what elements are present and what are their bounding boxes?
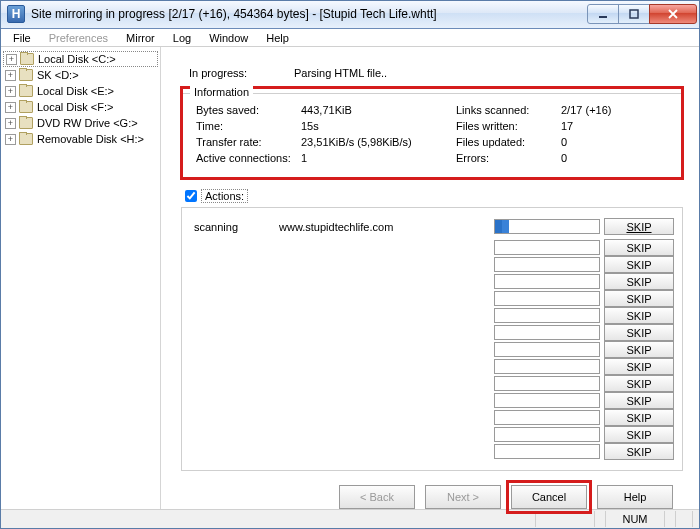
transfer-slot: SKIP [194, 341, 674, 358]
skip-button[interactable]: SKIP [604, 239, 674, 256]
status-num: NUM [605, 511, 665, 527]
progress-bar [494, 274, 600, 289]
skip-button[interactable]: SKIP [604, 375, 674, 392]
menu-mirror[interactable]: Mirror [118, 30, 163, 46]
progress-bar [494, 240, 600, 255]
window-title: Site mirroring in progress [2/17 (+16), … [31, 7, 588, 21]
back-button[interactable]: < Back [339, 485, 415, 509]
tree-item-g[interactable]: + DVD RW Drive <G:> [3, 115, 158, 131]
bytes-saved-value: 443,71KiB [301, 104, 456, 116]
tree-item-c[interactable]: + Local Disk <C:> [3, 51, 158, 67]
skip-button[interactable]: SKIP [604, 341, 674, 358]
skip-button[interactable]: SKIP [604, 218, 674, 235]
information-legend: Information [190, 86, 253, 98]
skip-button[interactable]: SKIP [604, 443, 674, 460]
status-cell-empty [535, 511, 595, 527]
close-button[interactable] [649, 4, 697, 24]
tree-item-h[interactable]: + Removable Disk <H:> [3, 131, 158, 147]
progress-bar [494, 359, 600, 374]
bytes-saved-label: Bytes saved: [196, 104, 301, 116]
progress-bar [494, 427, 600, 442]
in-progress-label: In progress: [189, 67, 294, 79]
in-progress-row: In progress: Parsing HTML file.. [189, 67, 683, 79]
tree-label: DVD RW Drive <G:> [37, 117, 138, 129]
skip-button[interactable]: SKIP [604, 358, 674, 375]
skip-button[interactable]: SKIP [604, 324, 674, 341]
window-controls [588, 4, 697, 24]
transfer-url: www.stupidtechlife.com [279, 221, 494, 233]
content-panel: In progress: Parsing HTML file.. Informa… [161, 47, 699, 509]
skip-button[interactable]: SKIP [604, 392, 674, 409]
progress-bar [494, 308, 600, 323]
menu-window[interactable]: Window [201, 30, 256, 46]
skip-button[interactable]: SKIP [604, 273, 674, 290]
transfer-slot: SKIP [194, 392, 674, 409]
skip-button[interactable]: SKIP [604, 307, 674, 324]
transfer-slot: SKIP [194, 358, 674, 375]
transfers-panel: scanning www.stupidtechlife.com SKIP SKI… [181, 207, 683, 471]
links-scanned-value: 2/17 (+16) [561, 104, 621, 116]
progress-bar [494, 257, 600, 272]
menu-help[interactable]: Help [258, 30, 297, 46]
svg-rect-1 [630, 10, 638, 18]
information-group: Information Bytes saved: 443,71KiB Links… [181, 93, 683, 179]
tree-item-e[interactable]: + Local Disk <E:> [3, 83, 158, 99]
progress-bar [494, 444, 600, 459]
folder-icon [20, 53, 34, 65]
drive-tree: + Local Disk <C:> + SK <D:> + Local Disk… [1, 47, 161, 509]
status-grip [675, 511, 693, 527]
files-written-value: 17 [561, 120, 621, 132]
tree-item-f[interactable]: + Local Disk <F:> [3, 99, 158, 115]
progress-bar [494, 410, 600, 425]
time-label: Time: [196, 120, 301, 132]
minimize-button[interactable] [587, 4, 619, 24]
transfer-slot: SKIP [194, 426, 674, 443]
menu-preferences[interactable]: Preferences [41, 30, 116, 46]
app-icon: H [7, 5, 25, 23]
menu-log[interactable]: Log [165, 30, 199, 46]
progress-bar [494, 342, 600, 357]
transfer-slot: SKIP [194, 273, 674, 290]
expand-icon[interactable]: + [5, 118, 16, 129]
folder-icon [19, 85, 33, 97]
folder-icon [19, 117, 33, 129]
maximize-button[interactable] [618, 4, 650, 24]
files-updated-value: 0 [561, 136, 621, 148]
app-window: H Site mirroring in progress [2/17 (+16)… [0, 0, 700, 529]
titlebar: H Site mirroring in progress [2/17 (+16)… [1, 1, 699, 29]
skip-button[interactable]: SKIP [604, 409, 674, 426]
main-area: + Local Disk <C:> + SK <D:> + Local Disk… [1, 47, 699, 509]
folder-icon [19, 133, 33, 145]
skip-button[interactable]: SKIP [604, 426, 674, 443]
transfer-slot: SKIP [194, 239, 674, 256]
errors-value: 0 [561, 152, 621, 164]
files-written-label: Files written: [456, 120, 561, 132]
expand-icon[interactable]: + [6, 54, 17, 65]
errors-label: Errors: [456, 152, 561, 164]
menubar: File Preferences Mirror Log Window Help [1, 29, 699, 48]
actions-checkbox[interactable] [185, 190, 197, 202]
transfer-rate-label: Transfer rate: [196, 136, 301, 148]
expand-icon[interactable]: + [5, 86, 16, 97]
help-button[interactable]: Help [597, 485, 673, 509]
transfer-rate-value: 23,51KiB/s (5,98KiB/s) [301, 136, 456, 148]
expand-icon[interactable]: + [5, 134, 16, 145]
skip-button[interactable]: SKIP [604, 256, 674, 273]
tree-item-d[interactable]: + SK <D:> [3, 67, 158, 83]
next-button[interactable]: Next > [425, 485, 501, 509]
folder-icon [19, 69, 33, 81]
expand-icon[interactable]: + [5, 70, 16, 81]
progress-bar [494, 219, 600, 234]
tree-label: Local Disk <C:> [38, 53, 116, 65]
cancel-button[interactable]: Cancel [511, 485, 587, 509]
transfer-slot: SKIP [194, 256, 674, 273]
transfer-status: scanning [194, 221, 279, 233]
tree-label: SK <D:> [37, 69, 79, 81]
skip-button[interactable]: SKIP [604, 290, 674, 307]
folder-icon [19, 101, 33, 113]
transfer-slot: SKIP [194, 324, 674, 341]
expand-icon[interactable]: + [5, 102, 16, 113]
in-progress-value: Parsing HTML file.. [294, 67, 387, 79]
menu-file[interactable]: File [5, 30, 39, 46]
svg-rect-0 [599, 16, 607, 18]
